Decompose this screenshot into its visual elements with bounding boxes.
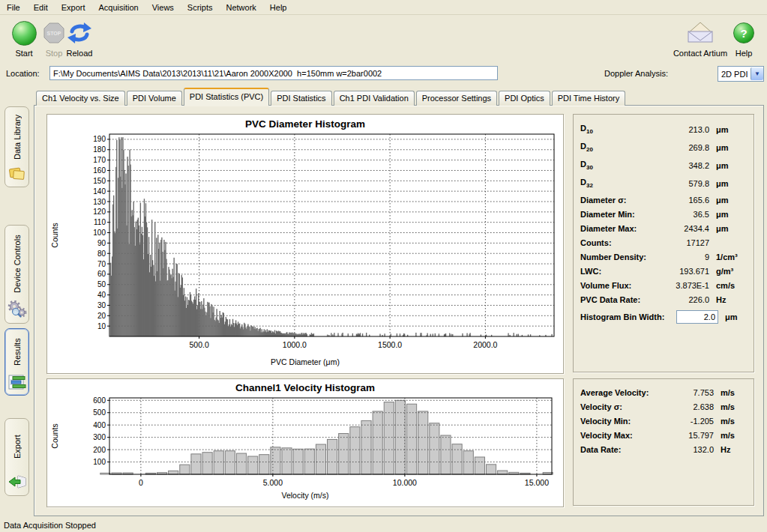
tab-ch1-pdi-validation[interactable]: Ch1 PDI Validation <box>334 91 415 106</box>
stat-value: 2.638 <box>672 402 714 411</box>
svg-text:160: 160 <box>93 166 106 175</box>
stat-row: Diameter σ:165.6μm <box>580 193 746 207</box>
help-button-label: Help <box>726 49 762 58</box>
stat-row: D10213.0μm <box>580 121 746 139</box>
svg-text:20: 20 <box>97 312 106 320</box>
stat-row: D20269.8μm <box>580 139 746 157</box>
stat-label: Diameter Min: <box>580 210 663 219</box>
histogram-bin-width-row: Histogram Bin Width:μm <box>580 308 746 326</box>
svg-text:500: 500 <box>93 408 106 417</box>
menu-item-scripts[interactable]: Scripts <box>181 1 220 13</box>
svg-text:PVC Diameter Histogram: PVC Diameter Histogram <box>245 118 365 130</box>
stat-label: Velocity Min: <box>580 417 672 426</box>
stat-label: Velocity σ: <box>580 402 672 411</box>
tab-ch1-velocity-vs-size[interactable]: Ch1 Velocity vs. Size <box>36 91 125 106</box>
menu-item-file[interactable]: File <box>0 1 27 13</box>
tab-pdi-volume[interactable]: PDI Volume <box>127 91 182 106</box>
tab-processor-settings[interactable]: Processor Settings <box>416 91 497 106</box>
status-bar-text: Data Acquisition Stopped <box>4 521 96 530</box>
menu-item-network[interactable]: Network <box>219 1 262 13</box>
svg-text:80: 80 <box>97 250 106 258</box>
svg-text:180: 180 <box>93 145 106 154</box>
tab-pdi-statistics[interactable]: PDI Statistics <box>271 91 331 106</box>
svg-text:140: 140 <box>93 187 106 196</box>
tab-pdi-statistics-pvc[interactable]: PDI Statistics (PVC) <box>184 88 269 106</box>
svg-text:70: 70 <box>97 260 106 268</box>
stat-value: 132.0 <box>672 445 714 454</box>
svg-text:1000.0: 1000.0 <box>283 340 307 349</box>
stat-unit: μm <box>709 179 746 188</box>
reload-button[interactable]: Reload <box>60 19 99 58</box>
sidebar-item-device-controls[interactable]: Device Controls <box>4 225 29 324</box>
svg-text:2000.0: 2000.0 <box>473 340 497 349</box>
stat-unit: Hz <box>714 445 746 454</box>
svg-text:120: 120 <box>93 208 106 216</box>
stat-row: Velocity Min:-1.205m/s <box>580 414 746 428</box>
stat-row: Velocity σ:2.638m/s <box>580 399 746 414</box>
svg-text:Counts: Counts <box>50 423 59 448</box>
stat-row: Velocity Max:15.797m/s <box>580 428 746 442</box>
menu-item-acquisition[interactable]: Acquisition <box>92 1 145 13</box>
stat-unit: μm <box>709 161 746 170</box>
contact-artium-button[interactable]: Contact Artium <box>672 19 729 58</box>
location-input[interactable] <box>49 66 498 80</box>
stat-label: Counts: <box>580 238 663 247</box>
svg-text:40: 40 <box>97 291 106 299</box>
doppler-analysis-select[interactable]: 2D PDI ▼ <box>718 66 764 82</box>
svg-text:Counts: Counts <box>50 223 59 247</box>
help-button[interactable]: ? Help <box>726 19 762 58</box>
stat-row: Data Rate:132.0Hz <box>580 442 746 456</box>
pvc-diameter-histogram-svg: 1020304050607080901001101201301401501601… <box>47 115 563 373</box>
start-icon <box>12 21 37 46</box>
sidebar-item-results[interactable]: Results <box>4 328 29 396</box>
stat-unit: m/s <box>714 388 746 397</box>
tab-pdi-time-history[interactable]: PDI Time History <box>552 91 626 106</box>
menu-bar: FileEditExportAcquisitionViewsScriptsNet… <box>0 0 767 15</box>
svg-text:30: 30 <box>97 301 106 309</box>
stat-unit: cm/s <box>709 281 746 290</box>
gears-icon <box>7 300 27 318</box>
svg-text:110: 110 <box>94 218 106 226</box>
menu-item-export[interactable]: Export <box>55 1 92 13</box>
stat-unit: m/s <box>714 431 746 440</box>
histogram-bin-width-input[interactable] <box>676 310 718 324</box>
svg-text:Channel1 Velocity Histogram: Channel1 Velocity Histogram <box>235 382 375 393</box>
menu-item-help[interactable]: Help <box>263 1 294 13</box>
diameter-statistics-panel: D10213.0μmD20269.8μmD30348.2μmD32579.8μm… <box>573 114 754 372</box>
stat-row: PVC Data Rate:226.0Hz <box>580 292 746 306</box>
contact-artium-label: Contact Artium <box>672 49 729 58</box>
stat-label: LWC: <box>580 267 663 276</box>
stat-label: Diameter Max: <box>580 224 663 233</box>
stat-value: 348.2 <box>663 161 709 170</box>
stat-row: Volume Flux:3.873E-1cm/s <box>580 278 746 292</box>
location-label: Location: <box>6 69 40 78</box>
svg-text:170: 170 <box>93 156 106 164</box>
menu-item-views[interactable]: Views <box>145 1 181 13</box>
stat-row: LWC:193.671g/m³ <box>580 264 746 278</box>
tab-pdi-optics[interactable]: PDI Optics <box>499 91 550 106</box>
stat-label: D30 <box>580 160 663 171</box>
stat-label: PVC Data Rate: <box>580 295 663 304</box>
svg-text:200: 200 <box>93 446 106 454</box>
stat-unit: m/s <box>714 402 746 411</box>
menu-item-edit[interactable]: Edit <box>27 1 55 13</box>
sidebar-item-data-library[interactable]: Data Library <box>4 106 29 187</box>
channel1-velocity-histogram-svg: 10020030040050060005.00010.00015.000Chan… <box>47 379 563 507</box>
stat-label: Data Rate: <box>580 445 672 454</box>
stat-unit: g/m³ <box>709 267 746 276</box>
stat-value: 3.873E-1 <box>663 281 709 290</box>
stat-value: 579.8 <box>663 179 709 188</box>
sidebar-item-export[interactable]: Export <box>4 418 29 496</box>
svg-text:150: 150 <box>93 177 106 185</box>
svg-text:90: 90 <box>97 239 106 247</box>
svg-text:100: 100 <box>93 229 106 237</box>
sidebar-item-label: Data Library <box>13 112 22 163</box>
tab-bar: Ch1 Velocity vs. SizePDI VolumePDI Stati… <box>36 89 627 106</box>
chevron-down-icon[interactable]: ▼ <box>751 67 763 80</box>
svg-text:60: 60 <box>97 270 106 278</box>
tab-page: 1020304050607080901001101201301401501601… <box>34 105 764 516</box>
svg-text:500.0: 500.0 <box>189 340 208 349</box>
sidebar-item-label: Results <box>13 333 22 371</box>
stat-value: 165.6 <box>663 196 709 205</box>
stat-row: Number Density:91/cm³ <box>580 250 746 264</box>
